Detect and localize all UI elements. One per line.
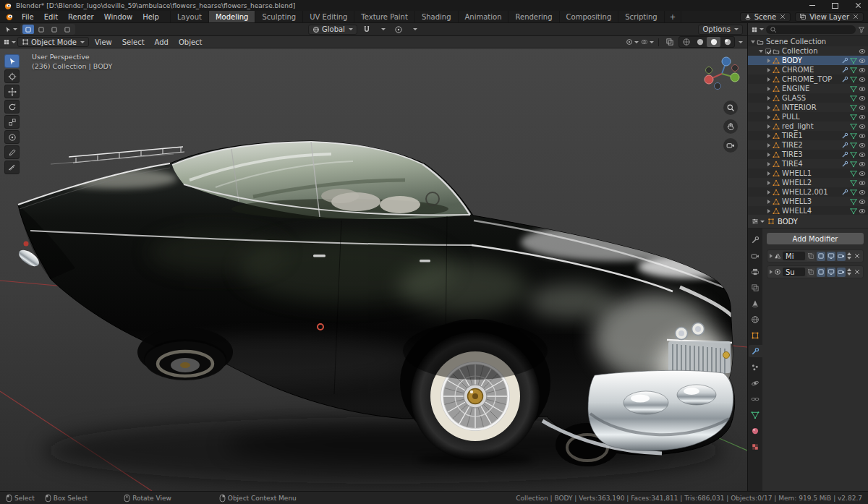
edit-mode-toggle[interactable] [817, 268, 825, 277]
unlink-view-layer-icon[interactable] [852, 13, 859, 20]
pan-button[interactable] [723, 119, 738, 134]
expand-arrow-icon[interactable] [767, 134, 770, 138]
editor-type-button[interactable] [3, 37, 16, 48]
rotate-tool[interactable] [4, 100, 20, 114]
outliner-scene-collection[interactable]: Scene Collection [748, 37, 868, 46]
shading-wireframe-button[interactable] [679, 37, 693, 47]
menu-add[interactable]: Add [150, 38, 173, 46]
tab-sculpting[interactable]: Sculpting [255, 11, 302, 22]
move-modifier-down-button[interactable] [847, 273, 851, 276]
visibility-eye-icon[interactable] [859, 114, 866, 121]
move-modifier-down-button[interactable] [847, 257, 851, 260]
unlink-scene-icon[interactable] [779, 13, 786, 20]
modifier-name-field[interactable]: Su [783, 268, 805, 276]
tab-scripting[interactable]: Scripting [618, 11, 663, 22]
expand-arrow-icon[interactable] [767, 162, 770, 166]
tab-render[interactable] [749, 249, 762, 262]
zoom-button[interactable] [723, 101, 738, 115]
active-tool-button[interactable] [4, 24, 17, 35]
tab-physics[interactable] [749, 377, 762, 389]
modifier-row-subsurf[interactable]: Su [767, 265, 864, 278]
add-modifier-button[interactable]: Add Modifier [767, 233, 864, 244]
select-mode-subtract-button[interactable] [48, 25, 60, 34]
tab-compositing[interactable]: Compositing [559, 11, 618, 22]
show-gizmo-button[interactable] [626, 37, 639, 48]
expand-arrow-icon[interactable] [767, 200, 770, 204]
outliner-item-tire4[interactable]: TIRE4 [748, 159, 868, 168]
move-tool[interactable] [4, 85, 20, 98]
outliner-item-whell2[interactable]: WHELL2 [748, 178, 868, 187]
realtime-toggle[interactable] [827, 268, 835, 277]
outliner-item-engine[interactable]: ENGINE [748, 84, 868, 93]
tab-constraints[interactable] [749, 393, 762, 405]
modifier-name-field[interactable]: Mi [783, 252, 805, 260]
options-dropdown[interactable]: Options [698, 25, 743, 35]
expand-arrow-icon[interactable] [767, 171, 770, 176]
shading-solid-button[interactable] [693, 37, 707, 47]
render-toggle[interactable] [837, 252, 846, 261]
tab-modeling[interactable]: Modeling [208, 11, 255, 22]
expand-arrow-icon[interactable] [767, 77, 770, 82]
select-mode-intersect-button[interactable] [61, 25, 73, 34]
tab-modifiers[interactable] [749, 345, 762, 357]
tab-particles[interactable] [749, 361, 762, 373]
shading-dropdown-icon[interactable] [739, 41, 743, 43]
tab-material[interactable] [749, 424, 762, 437]
orientation-dropdown[interactable]: Global [308, 25, 357, 35]
expand-arrow-icon[interactable] [767, 143, 770, 148]
outliner-item-chrome-top[interactable]: CHROME_TOP [748, 74, 868, 84]
tab-output[interactable] [749, 265, 762, 278]
visibility-eye-icon[interactable] [859, 198, 866, 205]
outliner-collection[interactable]: Collection [748, 46, 868, 56]
visibility-eye-icon[interactable] [859, 57, 866, 64]
proportional-falloff-dropdown[interactable] [408, 24, 421, 35]
expand-arrow-icon[interactable] [767, 115, 770, 119]
snap-settings-dropdown[interactable] [376, 24, 389, 35]
menu-window[interactable]: Window [99, 11, 137, 22]
expand-arrow-icon[interactable] [767, 87, 770, 91]
edit-mode-toggle[interactable] [817, 252, 825, 261]
collection-checkbox[interactable] [765, 48, 771, 54]
move-modifier-up-button[interactable] [847, 268, 851, 271]
outliner-item-body[interactable]: BODY [748, 56, 868, 65]
menu-edit[interactable]: Edit [39, 11, 63, 22]
menu-select[interactable]: Select [118, 38, 149, 46]
outliner-item-whell4[interactable]: WHELL4 [748, 206, 868, 215]
show-overlays-button[interactable] [641, 37, 654, 48]
maximize-button[interactable] [825, 0, 845, 11]
render-toggle[interactable] [837, 268, 846, 277]
visibility-eye-icon[interactable] [859, 95, 866, 102]
expand-arrow-icon[interactable] [767, 59, 770, 63]
tab-view-layer[interactable] [749, 281, 762, 294]
transform-tool[interactable] [4, 130, 20, 144]
tab-texture-paint[interactable]: Texture Paint [354, 11, 414, 22]
menu-file[interactable]: File [17, 11, 39, 22]
annotate-tool[interactable] [4, 145, 20, 159]
select-box-tool[interactable] [4, 54, 20, 68]
close-button[interactable] [848, 0, 868, 11]
outliner-item-whell3[interactable]: WHELL3 [748, 197, 868, 206]
xray-toggle-button[interactable] [663, 37, 676, 48]
tab-uv-editing[interactable]: UV Editing [302, 11, 354, 22]
filter-funnel-icon[interactable] [858, 26, 865, 33]
menu-render[interactable]: Render [63, 11, 99, 22]
delete-modifier-button[interactable] [853, 268, 861, 276]
outliner-item-tire3[interactable]: TIRE3 [748, 150, 868, 159]
select-mode-new-button[interactable] [22, 25, 34, 34]
select-mode-extend-button[interactable] [35, 25, 47, 34]
tab-scene[interactable] [749, 297, 762, 309]
visibility-eye-icon[interactable] [859, 161, 866, 168]
expand-arrow-icon[interactable] [751, 40, 755, 43]
visibility-eye-icon[interactable] [859, 85, 866, 93]
expand-arrow-icon[interactable] [759, 50, 763, 53]
visibility-eye-icon[interactable] [859, 123, 866, 130]
outliner-item-pull[interactable]: PULL [748, 112, 868, 121]
tab-world[interactable] [749, 313, 762, 325]
shading-material-button[interactable] [707, 37, 720, 47]
visibility-eye-icon[interactable] [859, 76, 866, 83]
visibility-eye-icon[interactable] [859, 151, 866, 158]
expand-arrow-icon[interactable] [767, 96, 770, 101]
outliner-item-interior[interactable]: INTERIOR [748, 103, 868, 112]
tab-rendering[interactable]: Rendering [508, 11, 558, 22]
cursor-tool[interactable] [4, 69, 20, 83]
